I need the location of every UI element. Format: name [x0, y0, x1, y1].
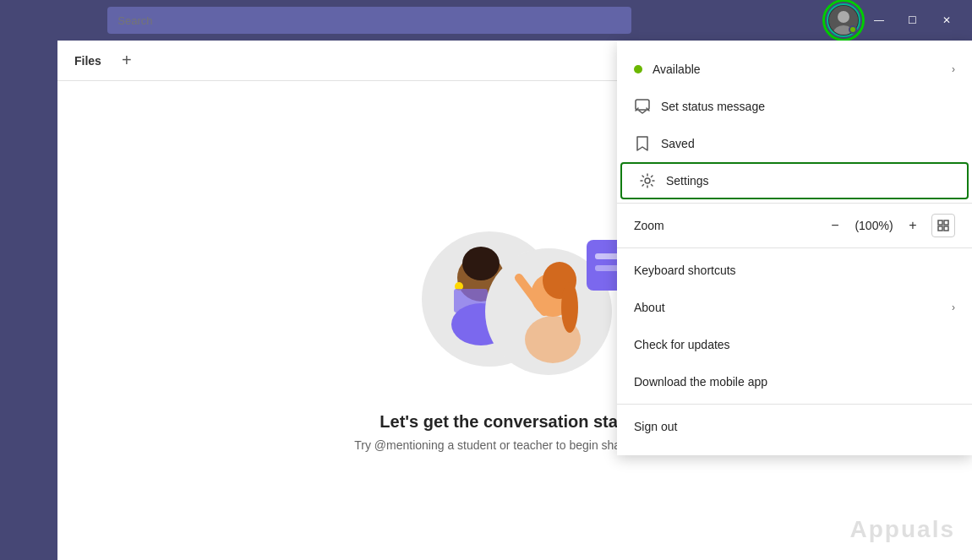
divider-3	[617, 404, 972, 405]
divider-1	[617, 203, 972, 204]
check-updates-label: Check for updates	[634, 338, 955, 351]
fit-icon	[937, 220, 949, 231]
title-bar: — ☐ ✕	[0, 0, 972, 41]
bookmark-icon	[634, 135, 651, 152]
sign-out-item[interactable]: Sign out	[617, 408, 972, 445]
files-label: Files	[74, 54, 101, 68]
available-status-icon	[634, 65, 642, 73]
chevron-right-icon: ›	[952, 63, 955, 75]
close-button[interactable]: ✕	[931, 5, 962, 35]
zoom-fit-button[interactable]	[931, 214, 955, 237]
svg-point-6	[462, 247, 500, 280]
check-updates-item[interactable]: Check for updates	[617, 326, 972, 363]
dropdown-menu: Available › Set status message Saved	[617, 41, 972, 455]
search-bar[interactable]	[107, 7, 631, 34]
divider-2	[617, 247, 972, 248]
about-label: About	[634, 301, 942, 314]
available-item[interactable]: Available ›	[617, 51, 972, 88]
svg-rect-27	[938, 220, 942, 225]
illustration-svg: @ @	[396, 189, 633, 392]
sign-out-label: Sign out	[634, 420, 955, 433]
svg-rect-29	[938, 226, 942, 231]
search-input[interactable]	[117, 14, 621, 27]
avatar-status-dot	[849, 25, 857, 34]
available-label: Available	[653, 63, 942, 76]
download-mobile-item[interactable]: Download the mobile app	[617, 363, 972, 400]
add-button[interactable]: +	[115, 49, 139, 73]
zoom-plus-button[interactable]: +	[901, 214, 925, 237]
zoom-controls: − (100%) +	[823, 214, 955, 237]
download-mobile-label: Download the mobile app	[634, 375, 955, 389]
maximize-button[interactable]: ☐	[898, 5, 928, 35]
gear-icon	[639, 172, 656, 189]
svg-point-26	[645, 178, 650, 183]
minimize-button[interactable]: —	[864, 5, 894, 35]
keyboard-shortcuts-item[interactable]: Keyboard shortcuts	[617, 252, 972, 289]
svg-point-1	[838, 11, 849, 23]
zoom-label: Zoom	[634, 219, 813, 232]
illustration: @ @	[396, 189, 633, 392]
about-item[interactable]: About ›	[617, 289, 972, 326]
svg-rect-28	[944, 220, 948, 225]
saved-item[interactable]: Saved	[617, 125, 972, 162]
svg-rect-8	[454, 289, 488, 313]
avatar-button[interactable]	[827, 3, 860, 37]
status-message-icon	[634, 98, 651, 115]
keyboard-shortcuts-label: Keyboard shortcuts	[634, 264, 955, 277]
zoom-row: Zoom − (100%) +	[617, 207, 972, 244]
title-bar-actions: — ☐ ✕	[827, 3, 962, 37]
chevron-right-about-icon: ›	[952, 302, 955, 313]
main-title: Let's get the conversation started	[380, 412, 649, 432]
zoom-value: (100%)	[854, 219, 894, 232]
set-status-item[interactable]: Set status message	[617, 88, 972, 125]
plus-icon: +	[122, 51, 132, 70]
set-status-label: Set status message	[661, 100, 955, 113]
settings-item[interactable]: Settings	[620, 162, 969, 199]
settings-label: Settings	[666, 174, 950, 188]
svg-point-13	[561, 282, 578, 333]
saved-label: Saved	[661, 137, 955, 150]
sidebar	[0, 41, 57, 560]
svg-rect-30	[944, 226, 948, 231]
zoom-minus-button[interactable]: −	[823, 214, 847, 237]
